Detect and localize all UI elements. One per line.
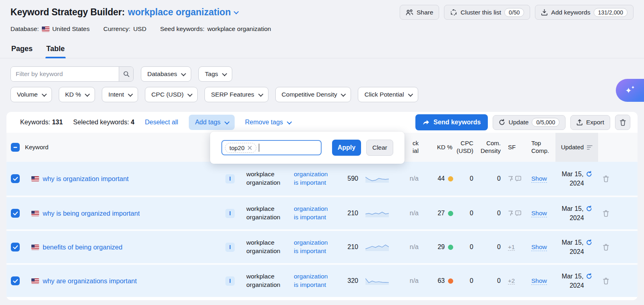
chevron-down-icon [128, 91, 133, 97]
keyword-link[interactable]: why are organizations important [43, 277, 137, 285]
delete-row-icon[interactable] [603, 210, 609, 217]
cluster-icon [450, 9, 457, 16]
filter-volume[interactable]: Volume [10, 87, 52, 102]
column-kd[interactable]: KD % [420, 144, 454, 151]
check-icon [13, 177, 18, 181]
delete-row-icon[interactable] [603, 175, 609, 182]
filter-databases[interactable]: Databases [141, 66, 191, 82]
export-button[interactable]: Export [570, 115, 610, 130]
tag-chip-label: top20 [229, 144, 245, 151]
page-link[interactable]: organization is important [294, 239, 332, 256]
chevron-down-icon [181, 71, 186, 76]
filter-serp-features[interactable]: SERP Features [204, 87, 268, 102]
tag-chip[interactable]: top20 [225, 143, 256, 153]
cluster-label: Cluster this list [460, 9, 501, 16]
row-checkbox[interactable] [11, 243, 20, 251]
top-competitors-show-link[interactable]: Show [531, 243, 547, 251]
kd-value: 27 [438, 210, 445, 217]
table-row: why is being organized important I workp… [6, 196, 638, 229]
keywords-label: Keywords: [20, 119, 50, 126]
column-updated[interactable]: Updated [555, 133, 598, 162]
refresh-row-icon[interactable] [586, 239, 592, 245]
filter-tags[interactable]: Tags [198, 66, 232, 82]
update-button[interactable]: Update 0/5,000 [493, 115, 566, 130]
column-top-comp[interactable]: TopComp. [529, 140, 555, 155]
share-button[interactable]: Share [400, 5, 439, 20]
seed-keyword-value: workplace organization [242, 272, 289, 289]
refresh-row-icon[interactable] [586, 206, 592, 212]
share-people-icon [406, 9, 413, 16]
add-keywords-button[interactable]: Add keywords 131/2,000 [535, 5, 634, 20]
top-competitors-show-link[interactable]: Show [531, 277, 547, 285]
row-checkbox[interactable] [11, 209, 20, 218]
tag-input[interactable]: top20 [221, 140, 322, 155]
refresh-row-icon[interactable] [586, 171, 592, 177]
ai-assistant-button[interactable]: ✦ ✦ [616, 79, 644, 102]
keyword-filter [10, 66, 134, 82]
keyword-filter-input[interactable] [11, 67, 119, 81]
top-competitors-show-link[interactable]: Show [531, 175, 547, 183]
tab-table[interactable]: Table [45, 41, 66, 58]
send-keywords-button[interactable]: Send keywords [415, 114, 488, 130]
deselect-all-link[interactable]: Deselect all [145, 119, 178, 126]
column-com-density[interactable]: Com.Density [475, 140, 502, 155]
filter-click-potential[interactable]: Click Potential [358, 87, 418, 102]
sf-more-link[interactable]: +1 [508, 243, 515, 251]
apply-button[interactable]: Apply [332, 140, 361, 156]
database-value: United States [52, 25, 90, 33]
filter-intent[interactable]: Intent [102, 87, 138, 102]
filter-kd[interactable]: KD % [59, 87, 95, 102]
check-icon [13, 211, 18, 216]
tab-pages[interactable]: Pages [10, 41, 33, 58]
click-potential-value: n/a [394, 210, 420, 217]
row-checkbox[interactable] [11, 276, 20, 285]
sf-more-link[interactable]: +2 [508, 277, 515, 284]
chevron-down-icon [222, 71, 227, 76]
remove-tags-button[interactable]: Remove tags [245, 119, 291, 126]
share-label: Share [417, 9, 433, 16]
page-link[interactable]: organization is important [294, 272, 332, 289]
list-name-dropdown[interactable]: workplace organization [128, 7, 238, 18]
keyword-link[interactable]: why is organization important [43, 175, 129, 183]
updated-date: Mar 15, [561, 204, 583, 213]
table-action-bar: Keywords: 131 Selected keywords: 4 Desel… [6, 112, 638, 133]
keyword-link[interactable]: why is being organized important [43, 210, 140, 217]
refresh-row-icon[interactable] [586, 273, 592, 279]
text-cursor [259, 144, 260, 152]
add-tags-button[interactable]: Add tags [189, 115, 235, 130]
delete-row-icon[interactable] [603, 244, 609, 251]
top-competitors-show-link[interactable]: Show [531, 210, 547, 217]
intent-badge: I [225, 276, 235, 286]
us-flag-icon [31, 278, 39, 284]
updated-year: 2024 [557, 247, 597, 256]
kd-value: 63 [438, 277, 445, 284]
delete-row-icon[interactable] [603, 278, 609, 284]
updated-cell: Mar 15, 2024 [555, 169, 598, 188]
filter-competitive-density[interactable]: Competitive Density [275, 87, 351, 102]
selected-label: Selected keywords: [73, 119, 129, 126]
click-potential-value: n/a [394, 277, 420, 284]
column-keyword[interactable]: Keyword [24, 144, 219, 151]
select-all-checkbox[interactable] [11, 143, 20, 152]
column-sf[interactable]: SF [502, 144, 529, 151]
row-checkbox[interactable] [11, 174, 20, 183]
search-button[interactable] [119, 67, 133, 81]
keyword-link[interactable]: benefits of being organized [43, 243, 122, 251]
page-link[interactable]: organization is important [294, 205, 332, 222]
chevron-down-icon [408, 91, 413, 97]
cpc-value: 0 [454, 243, 475, 251]
page-link[interactable]: organization is important [294, 170, 332, 187]
send-arrow-icon [423, 120, 430, 126]
filter-cpc[interactable]: CPC (USD) [145, 87, 198, 102]
kd-dot [448, 211, 453, 216]
people-also-ask-icon: ? [515, 176, 522, 182]
volume-value: 320 [334, 277, 360, 284]
remove-tag-icon[interactable] [248, 146, 252, 150]
delete-list-button[interactable] [615, 115, 630, 130]
kd-value: 29 [438, 243, 445, 251]
cluster-this-list-button[interactable]: Cluster this list 0/50 [444, 5, 530, 20]
cpc-value: 0 [454, 210, 475, 217]
clear-button[interactable]: Clear [366, 140, 393, 156]
check-icon [13, 279, 18, 283]
column-cpc[interactable]: CPC(USD) [454, 140, 475, 155]
